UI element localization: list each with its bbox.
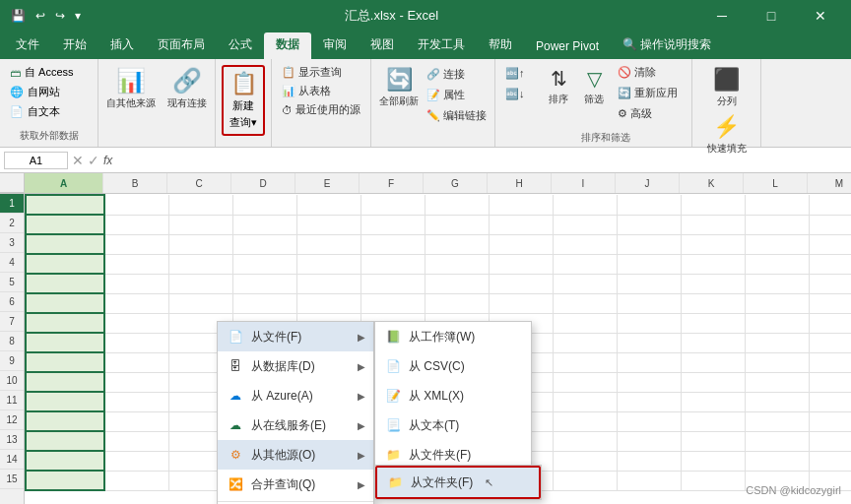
cell-I4[interactable] <box>553 254 617 274</box>
cell-L7[interactable] <box>745 313 809 333</box>
cell-L5[interactable] <box>745 274 809 293</box>
cell-I11[interactable] <box>553 392 617 411</box>
from-web-button[interactable]: 🌐 自网站 <box>6 83 92 101</box>
tab-page-layout[interactable]: 页面布局 <box>146 32 217 59</box>
menu-merge-query[interactable]: 🔀 合并查询(Q) ▶ <box>218 470 373 499</box>
cell-E6[interactable] <box>296 293 360 313</box>
tab-formula[interactable]: 公式 <box>217 32 264 59</box>
cell-H3[interactable] <box>489 234 553 254</box>
cell-J1[interactable] <box>617 195 681 215</box>
cell-L4[interactable] <box>745 254 809 274</box>
sub-from-xml[interactable]: 📝 从 XML(X) <box>375 381 531 410</box>
other-sub-from-folder[interactable]: 📁 从文件夹(F) ↖ <box>375 466 541 499</box>
cell-J8[interactable] <box>617 333 681 352</box>
cell-F2[interactable] <box>360 215 425 234</box>
cell-K8[interactable] <box>681 333 745 352</box>
cell-J7[interactable] <box>617 313 681 333</box>
cell-K10[interactable] <box>681 372 745 392</box>
cell-B7[interactable] <box>104 313 168 333</box>
advanced-button[interactable]: ⚙ 高级 <box>614 104 682 123</box>
maximize-button[interactable]: □ <box>749 0 794 32</box>
cell-L8[interactable] <box>745 333 809 352</box>
cell-M2[interactable] <box>809 215 851 234</box>
menu-from-online[interactable]: ☁ 从在线服务(E) ▶ <box>218 410 373 440</box>
split-column-button[interactable]: ⬛ 分列 <box>709 63 745 110</box>
cell-F3[interactable] <box>360 234 425 254</box>
cell-F4[interactable] <box>360 254 425 274</box>
cell-K7[interactable] <box>681 313 745 333</box>
cell-A3[interactable] <box>26 234 104 254</box>
cell-B3[interactable] <box>104 234 168 254</box>
tab-insert[interactable]: 插入 <box>98 32 146 59</box>
sort-za-button[interactable]: 🔤↓ <box>501 84 537 102</box>
cell-I15[interactable] <box>553 471 617 490</box>
cell-K4[interactable] <box>681 254 745 274</box>
cell-A2[interactable] <box>26 215 104 234</box>
cell-J11[interactable] <box>617 392 681 411</box>
cell-L1[interactable] <box>745 195 809 215</box>
cell-I9[interactable] <box>553 352 617 372</box>
cell-I3[interactable] <box>553 234 617 254</box>
cell-D6[interactable] <box>232 293 296 313</box>
cell-G2[interactable] <box>425 215 489 234</box>
cell-E5[interactable] <box>296 274 360 293</box>
sub-from-text[interactable]: 📃 从文本(T) <box>375 410 531 440</box>
recent-sources-button[interactable]: ⏱ 最近使用的源 <box>278 100 364 119</box>
cell-M1[interactable] <box>809 195 851 215</box>
cell-A14[interactable] <box>26 451 104 471</box>
cell-A8[interactable] <box>26 333 104 352</box>
cell-A4[interactable] <box>26 254 104 274</box>
cell-F1[interactable] <box>360 195 425 215</box>
cell-D4[interactable] <box>232 254 296 274</box>
from-table-button[interactable]: 📊 从表格 <box>278 82 335 100</box>
cell-B14[interactable] <box>104 451 168 471</box>
cell-I13[interactable] <box>553 431 617 451</box>
cell-I14[interactable] <box>553 451 617 471</box>
sort-button[interactable]: ⇅ 排序 <box>541 63 576 108</box>
sort-az-button[interactable]: 🔤↑ <box>501 63 537 82</box>
cell-B11[interactable] <box>104 392 168 411</box>
cell-J14[interactable] <box>617 451 681 471</box>
cell-L6[interactable] <box>745 293 809 313</box>
cell-A5[interactable] <box>26 274 104 293</box>
tab-developer[interactable]: 开发工具 <box>406 32 477 59</box>
cell-K1[interactable] <box>681 195 745 215</box>
cell-K6[interactable] <box>681 293 745 313</box>
cell-E3[interactable] <box>296 234 360 254</box>
cell-B5[interactable] <box>104 274 168 293</box>
file-submenu[interactable]: 📗 从工作簿(W) 📄 从 CSV(C) 📝 从 XML(X) 📃 从文本(T)… <box>374 321 532 471</box>
cell-G6[interactable] <box>425 293 489 313</box>
sub-from-csv[interactable]: 📄 从 CSV(C) <box>375 351 531 381</box>
cell-K13[interactable] <box>681 431 745 451</box>
cell-B12[interactable] <box>104 411 168 431</box>
cell-J4[interactable] <box>617 254 681 274</box>
reapply-button[interactable]: 🔄 重新应用 <box>614 84 682 102</box>
cell-M5[interactable] <box>809 274 851 293</box>
tab-review[interactable]: 审阅 <box>311 32 359 59</box>
cell-I8[interactable] <box>553 333 617 352</box>
cell-L12[interactable] <box>745 411 809 431</box>
cell-B9[interactable] <box>104 352 168 372</box>
properties-button[interactable]: 📝 属性 <box>423 86 491 104</box>
cell-I12[interactable] <box>553 411 617 431</box>
cell-B1[interactable] <box>104 195 168 215</box>
cell-M12[interactable] <box>809 411 851 431</box>
cell-J9[interactable] <box>617 352 681 372</box>
cell-A9[interactable] <box>26 352 104 372</box>
menu-from-other[interactable]: ⚙ 从其他源(O) ▶ <box>218 440 373 470</box>
cell-M14[interactable] <box>809 451 851 471</box>
tab-search[interactable]: 🔍 操作说明搜索 <box>611 32 723 59</box>
tab-data[interactable]: 数据 <box>264 32 311 59</box>
menu-from-file[interactable]: 📄 从文件(F) ▶ <box>218 322 373 351</box>
cell-M4[interactable] <box>809 254 851 274</box>
close-button[interactable]: ✕ <box>798 0 843 32</box>
cell-H6[interactable] <box>489 293 553 313</box>
cell-B8[interactable] <box>104 333 168 352</box>
cell-J12[interactable] <box>617 411 681 431</box>
cell-L10[interactable] <box>745 372 809 392</box>
cell-J10[interactable] <box>617 372 681 392</box>
cell-J2[interactable] <box>617 215 681 234</box>
cell-K5[interactable] <box>681 274 745 293</box>
tab-file[interactable]: 文件 <box>4 32 51 59</box>
redo-icon[interactable]: ↪ <box>52 7 68 25</box>
